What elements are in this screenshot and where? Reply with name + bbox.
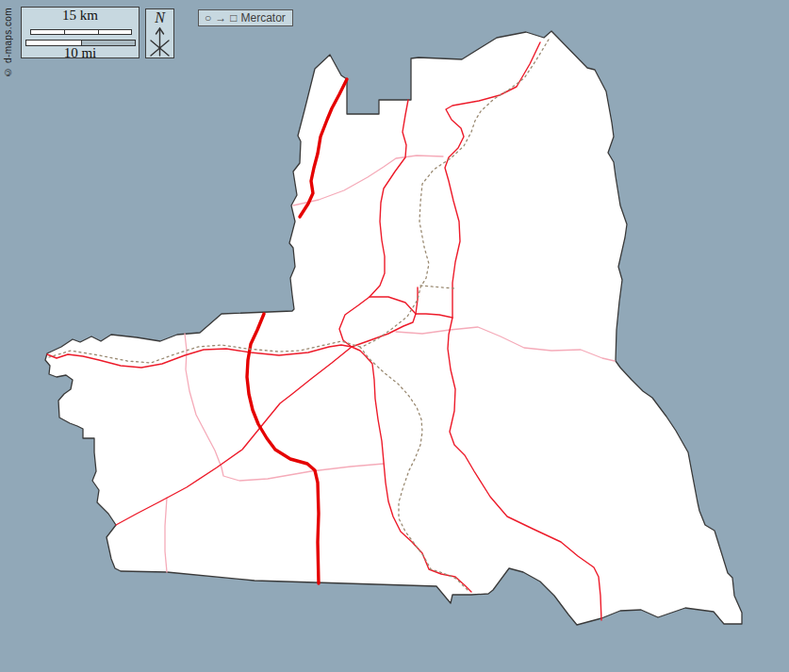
scale-tick: [98, 30, 99, 34]
scale-bar-km: [30, 29, 132, 35]
scale-legend: 15 km 10 mi: [21, 7, 140, 58]
copyright-notice: © d-maps.com: [3, 8, 13, 77]
map-stage: 15 km 10 mi N ○ → □ Mercator © d-maps.co…: [0, 0, 789, 672]
scale-mi-label: 10 mi: [22, 45, 139, 60]
square-icon: □: [230, 10, 237, 25]
scale-km-label: 15 km: [22, 8, 139, 23]
compass-north-label: N: [146, 9, 173, 26]
compass-arrow-icon: [146, 26, 173, 57]
scale-tick: [64, 30, 65, 34]
compass-rose: N: [145, 8, 174, 58]
circle-icon: ○: [205, 10, 211, 25]
projection-badge: ○ → □ Mercator: [198, 9, 293, 26]
arrow-right-icon: →: [215, 10, 226, 25]
map-canvas: [0, 0, 789, 672]
projection-label: Mercator: [241, 10, 286, 25]
